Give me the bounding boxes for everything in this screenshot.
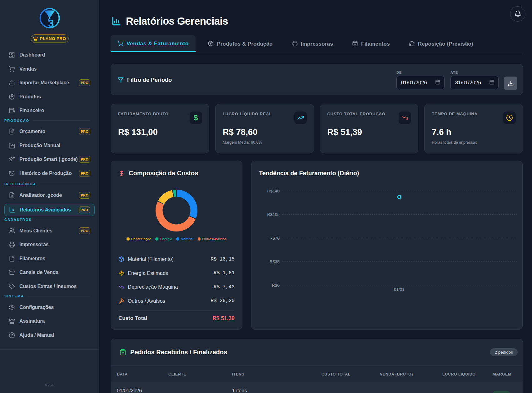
svg-text:R$0: R$0 xyxy=(272,283,280,288)
svg-text:R$70: R$70 xyxy=(270,236,280,241)
svg-text:R$105: R$105 xyxy=(267,212,280,217)
svg-text:R$140: R$140 xyxy=(267,189,280,193)
svg-text:3: 3 xyxy=(48,17,54,29)
svg-text:01/01: 01/01 xyxy=(394,287,405,292)
svg-text:R$35: R$35 xyxy=(270,259,280,264)
